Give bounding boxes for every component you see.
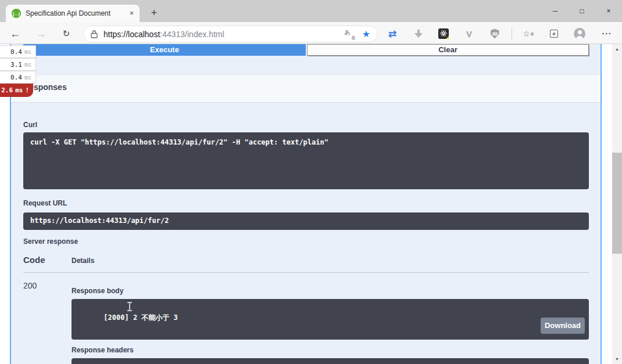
maximize-button[interactable]: □ [569, 0, 595, 22]
titlebar: {…} Specification Api Document × + ─ □ × [0, 0, 622, 22]
collections-icon[interactable]: + [546, 26, 562, 42]
server-response-label: Server response [23, 237, 78, 246]
scroll-down-icon[interactable]: ▼ [612, 354, 622, 364]
profiler-value: 0.4 [10, 48, 22, 56]
profiler-value: 0.4 [10, 74, 22, 81]
vertical-scrollbar[interactable]: ▲ ▼ [612, 44, 622, 364]
curl-label: Curl [23, 121, 37, 129]
download-button[interactable]: Download [541, 318, 585, 334]
profiler-unit: ms [15, 87, 23, 94]
profiler-badge[interactable]: 0.4 ms [0, 45, 36, 58]
swap-arrows-extension-icon[interactable]: ⇄ [384, 26, 401, 42]
profile-avatar[interactable] [571, 26, 588, 42]
atom-icon [438, 28, 449, 39]
code-column-header: Code [23, 255, 45, 265]
download-arrow-head [414, 33, 423, 38]
profiler-badge[interactable]: 3.1 ms [0, 58, 36, 71]
lock-icon [91, 30, 98, 38]
clear-button[interactable]: Clear [307, 44, 589, 56]
scroll-up-icon[interactable]: ▲ [612, 44, 622, 54]
profiler-alert: ! [25, 87, 29, 94]
url-text[interactable]: https://localhost:44313/index.html [103, 30, 224, 39]
execute-button[interactable]: Execute [23, 44, 306, 56]
toolbar-separator [512, 28, 512, 39]
window-controls: ─ □ × [542, 0, 622, 22]
text-cursor [127, 302, 132, 311]
translate-glyph-b: a [352, 34, 355, 41]
page-content: Execute Clear Responses 0.4 ms 3.1 ms 0.… [0, 44, 622, 364]
profiler-badge[interactable]: 0.4 ms [0, 71, 36, 84]
new-tab-button[interactable]: + [146, 5, 162, 20]
avatar-icon [574, 28, 585, 39]
list-lines-icon: ≡ [531, 31, 534, 37]
more-menu-icon[interactable]: ··· [599, 26, 615, 42]
curl-command-box[interactable]: curl -X GET "https://localhost:44313/api… [23, 132, 589, 189]
forward-icon: → [33, 26, 49, 42]
favorites-bar-icon[interactable]: ☆ ≡ [520, 26, 537, 42]
request-url-box[interactable]: https://localhost:44313/api/fur/2 [23, 212, 589, 230]
scrollbar-thumb[interactable] [612, 153, 622, 254]
refresh-icon[interactable]: ↻ [58, 26, 74, 42]
response-headers-label: Response headers [72, 346, 134, 354]
response-body-box[interactable]: [2000] 2 不能小于 3 Download [72, 299, 589, 340]
back-icon[interactable]: ← [7, 26, 23, 42]
response-body-text: [2000] 2 不能小于 3 [103, 313, 177, 322]
translate-glyph-a: あ [345, 28, 351, 37]
minimize-button[interactable]: ─ [542, 0, 569, 22]
browser-tab[interactable]: {…} Specification Api Document × [6, 5, 140, 22]
url-path: :44313/index.html [160, 30, 224, 39]
collections-plus-icon: + [550, 30, 558, 38]
close-button[interactable]: × [595, 0, 622, 22]
response-headers-box[interactable] [72, 358, 589, 364]
favorite-star-icon[interactable]: ★ [362, 28, 370, 39]
react-devtools-extension-icon[interactable] [435, 26, 452, 42]
response-body-label: Response body [72, 287, 123, 295]
profiler-value: 2.6 [1, 87, 13, 94]
profiler-unit: ms [24, 62, 31, 68]
responses-section-header [11, 74, 600, 103]
shield-icon [491, 29, 499, 39]
star-outline-icon: ☆ [523, 29, 530, 38]
tab-title: Specification Api Document [26, 9, 126, 17]
swagger-favicon-icon: {…} [12, 9, 21, 18]
table-header-divider [23, 272, 589, 273]
profiler-value: 3.1 [10, 61, 22, 69]
details-column-header: Details [72, 257, 94, 265]
profiler-unit: ms [24, 74, 31, 81]
download-icon[interactable] [410, 26, 427, 42]
profiler-unit: ms [24, 49, 31, 55]
warning-triangle-icon [446, 36, 449, 39]
status-code: 200 [23, 281, 37, 290]
shield-extension-icon[interactable] [487, 26, 503, 42]
translate-icon[interactable]: あ a [345, 29, 355, 39]
address-bar[interactable]: https://localhost:44313/index.html あ a ★ [83, 26, 378, 42]
browser-window: {…} Specification Api Document × + ─ □ ×… [0, 0, 622, 364]
profiler-badge-alert[interactable]: 2.6 ms ! [0, 84, 33, 97]
request-url-label: Request URL [23, 199, 67, 207]
url-host: https://localhost [103, 30, 160, 39]
tab-close-icon[interactable]: × [130, 9, 134, 17]
vue-devtools-extension-icon[interactable]: V [461, 26, 477, 42]
